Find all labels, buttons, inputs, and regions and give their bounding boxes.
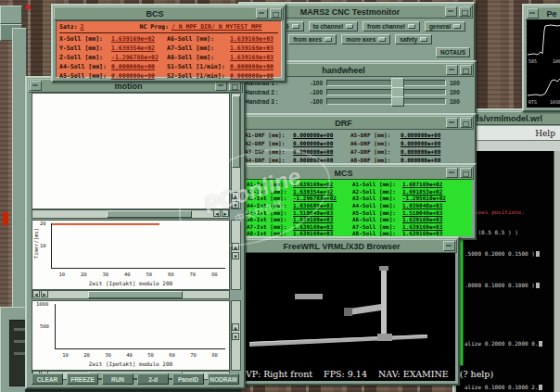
help-menu[interactable]: Help [535, 129, 560, 138]
axis-value: 1.691853e+02 [402, 188, 469, 195]
minimize-button[interactable] [445, 6, 457, 17]
motion-title: motion [43, 82, 214, 91]
slider-min-label: -100 [299, 98, 326, 105]
general-button[interactable]: general [425, 21, 465, 32]
mcs-titlebar[interactable]: MCS [241, 166, 474, 180]
motion-plot-b[interactable]: 1000 500 1020304050607080 Zeit [Ipotakt]… [32, 300, 230, 371]
horizontal-scrollbar[interactable]: ◄ ► [32, 290, 230, 299]
axis-value: 1.639169e+03 [402, 223, 469, 230]
motion-button-bar: CLEAR FREEZE RUN 2-d PanelD NODRAW [30, 373, 241, 385]
motion-canvas-empty[interactable] [32, 93, 230, 209]
perf-chart-1 [527, 21, 560, 58]
minimize-button[interactable] [446, 118, 458, 128]
axis-label: A6-Soll [mm]: [352, 216, 402, 222]
axis-label: A6-Soll [mm]: [167, 35, 230, 43]
2d-button[interactable]: 2-d [137, 373, 169, 385]
scroll-left-icon[interactable]: ◄ [32, 290, 40, 297]
vertical-scrollbar[interactable]: ▲ ▼ [231, 300, 241, 371]
nodraw-button[interactable]: NODRAW [208, 373, 239, 385]
motion-plot-a[interactable]: Timer/[ms] 20 10 1020304050607080 Zeit [… [32, 220, 230, 290]
safety-button[interactable]: safety [395, 34, 432, 44]
perf-title: Pe [540, 9, 560, 19]
plot-a-xlabel: Zeit [Ipotakt] modulo 200 [32, 280, 229, 286]
scroll-up-icon[interactable]: ▲ [232, 243, 239, 250]
mcs-row: A7-Ist [mm]:1.639169e+03A7-Soll [mm]:1.6… [247, 223, 469, 231]
scroll-down-icon[interactable]: ▼ [232, 201, 239, 209]
vertical-scrollbar[interactable]: ▲ ▼ [231, 93, 241, 209]
maximize-button[interactable] [460, 118, 472, 128]
drf-row: A1-DRF [mm]:0.000000e+00 A5-DRF [mm]:0.0… [245, 131, 470, 139]
mcs-row: A2-Ist [mm]:1.639354e+02A2-Soll [mm]:1.6… [247, 188, 469, 196]
drf-window: DRF A1-DRF [mm]:0.000000e+00 A5-DRF [mm]… [238, 113, 477, 166]
handwheel-slider[interactable] [326, 89, 446, 95]
scroll-right-icon[interactable]: ► [41, 290, 48, 297]
window-fragment-top-left [0, 6, 22, 24]
slider-thumb[interactable] [391, 96, 404, 107]
scroll-right-icon[interactable]: ► [222, 209, 229, 217]
handwheel-slider[interactable] [326, 98, 446, 105]
mcs-row: A4-Ist [mm]:1.036689e+03A4-Soll [mm]:1.0… [247, 202, 469, 209]
drf-titlebar[interactable]: DRF [241, 116, 474, 130]
bcs-titlebar[interactable]: BCS [54, 6, 284, 20]
from-axes-button[interactable]: from axes [288, 34, 337, 44]
axis-label: A1-DRF [mm]: [245, 132, 293, 138]
satz-value: 2 [81, 23, 127, 31]
terminal-line: .5000 0.2000 0.1500 ) [465, 250, 540, 257]
to-channel-button[interactable]: to channel [309, 21, 359, 32]
perf-titlebar[interactable]: Pe [525, 6, 560, 20]
bcs-row: Y-Soll [mm]:1.639354e+02A7-Soll [mm]:1.6… [59, 44, 278, 53]
terminal-right-scrollbar[interactable] [554, 151, 560, 392]
more-axes-button[interactable]: more axes [341, 34, 390, 44]
axis-label: A3-Ist [mm]: [247, 195, 293, 201]
terminal-line: .0000 0.1000 0.1000 ) [465, 282, 540, 288]
axis-label: A2-Ist [mm]: [247, 188, 293, 195]
bcs-header-row: Satz: 2 NC Prog: /_N_MPF_DIR/_N_MYTEST_M… [59, 23, 278, 33]
slider-max-label: 100 [446, 98, 470, 105]
mcs-title: MCS [242, 169, 445, 178]
from-channel-button[interactable]: from channel [363, 21, 420, 32]
plot-a-ylabel: Timer/[ms] [33, 228, 39, 259]
perf-chart-2 [527, 68, 560, 99]
vrml-canvas[interactable]: VP: Right front FPS: 9.14 NAV: EXAMINE (… [242, 253, 455, 381]
notaus-button[interactable]: NOTAUS [436, 47, 470, 57]
freeze-button[interactable]: FREEZE [67, 373, 98, 385]
handwheel-slider[interactable] [326, 80, 446, 86]
vertical-scrollbar[interactable]: ▲ ▼ [231, 220, 241, 290]
scroll-up-icon[interactable]: ▲ [232, 192, 239, 199]
minimize-button[interactable] [443, 241, 455, 251]
window-menu-button[interactable] [527, 8, 539, 19]
axis-value: 1.639169e+03 [230, 44, 278, 52]
axis-value: 1.639169e+03 [402, 216, 469, 222]
freewrl-titlebar[interactable]: FreeWRL VRML/X3D Browser [240, 239, 457, 253]
paneld-button[interactable]: PanelD [172, 373, 204, 385]
mcs-window: MCS A1-Ist [mm]:1.639169e+02A1-Soll [mm]… [238, 163, 477, 240]
bcs-row: X-Soll [mm]:1.639169e+02A6-Soll [mm]:1.6… [59, 34, 278, 44]
maximize-button[interactable] [460, 65, 472, 75]
run-button[interactable]: RUN [102, 373, 134, 385]
scroll-down-icon[interactable]: ▼ [232, 252, 239, 259]
mcs-row: A3-Ist [mm]:-1.296788e+02A3-Soll [mm]:-1… [247, 195, 469, 202]
horizontal-scrollbar[interactable]: ◄ ► [32, 209, 230, 219]
scroll-up-icon[interactable]: ▲ [232, 323, 239, 331]
axis-value: 0.000000e+00 [293, 132, 350, 138]
maximize-button[interactable] [270, 8, 282, 19]
scroll-down-icon[interactable]: ▼ [232, 333, 239, 340]
mcs-row: A6-Ist [mm]:1.639169e+03A6-Soll [mm]:1.6… [247, 216, 469, 223]
minimize-button[interactable] [446, 168, 458, 178]
window-menu-button[interactable] [30, 81, 42, 91]
maximize-button[interactable] [459, 6, 471, 17]
axis-label: S1-Soll [1/min]: [167, 63, 230, 70]
drf-row: A3-DRF [mm]:0.000000e+00 A7-DRF [mm]:0.0… [245, 147, 470, 156]
minimize-button[interactable] [256, 8, 268, 19]
maximize-button[interactable] [460, 168, 472, 178]
axis-label: A7-Soll [mm]: [352, 223, 402, 230]
axis-value: 0.000000e+00 [401, 148, 470, 155]
scroll-left-icon[interactable]: ◄ [213, 209, 221, 217]
clear-button[interactable]: CLEAR [32, 373, 63, 385]
axis-value: 1.639169e+03 [293, 216, 352, 222]
bcs-row: Z-Soll [mm]:-1.296788e+02A8-Soll [mm]:1.… [59, 53, 278, 62]
axis-label: Y-Soll [mm]: [59, 44, 111, 52]
bcs-row: A5-Soll [mm]:0.000000e+00S2-Soll [1/min]… [59, 71, 278, 81]
minimize-button[interactable] [446, 65, 458, 75]
terminal-cursor [539, 385, 542, 390]
